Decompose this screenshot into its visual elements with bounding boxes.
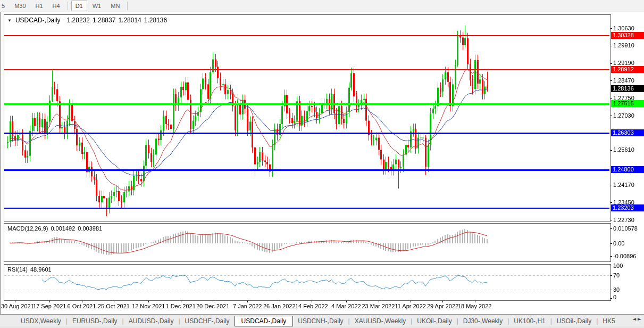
price-axis-tick: 1.30630 [613,25,634,31]
tab-usdcnh-daily[interactable]: USDCNH-,Daily [293,316,348,326]
date-axis-label: 12 Nov 2021 [132,303,165,309]
price-level-badge: 1.26303 [611,129,644,136]
date-axis-label: 7 Jan 2022 [233,303,262,309]
tab-xauusd-weekly[interactable]: XAUUSD-,Weekly [350,316,411,326]
macd-axis-tick: 0.010578 [613,225,638,232]
timeframe-button-h4[interactable]: H4 [48,1,64,11]
date-axis-label: 17 Sep 2021 [33,303,66,309]
timeframe-button-w1[interactable]: W1 [88,1,106,11]
tab-audusd-daily[interactable]: AUDUSD-,Daily [124,316,179,326]
price-level-badge: 1.27515 [611,100,644,107]
tab-ukoil-daily[interactable]: UKOil-,Daily [412,316,456,326]
price-axis-tick: 1.24170 [613,182,634,188]
date-axis-label: 1 Dec 2021 [166,303,196,309]
chart-title: ▼USDCAD-,Daily1.282321.288371.280141.281… [7,17,167,24]
tab-usdcad-daily[interactable]: USDCAD-,Daily [235,316,294,326]
price-level-badge: 1.28912 [611,66,644,73]
date-axis-label: 26 Jan 2022 [263,303,296,309]
chart-symbol-label: USDCAD-,Daily [15,17,61,24]
rsi-label: RSI(14)48.9601 [7,266,54,273]
ohlc-low: 1.28014 [118,17,141,24]
ohlc-open: 1.28232 [67,17,90,24]
macd-signal-value: 0.003981 [78,225,102,232]
price-level-badge: 1.30328 [611,32,644,39]
symbol-dropdown-icon[interactable]: ▼ [7,18,12,23]
tab-uk100-h1[interactable]: UK100-,H1 [509,316,550,326]
date-axis-label: 23 Mar 2022 [362,303,395,309]
macd-label: MACD(12,26,9)0.0014920.003981 [7,225,105,232]
tab-eurusd-daily[interactable]: EURUSD-,Daily [68,316,122,326]
symbol-tab-bar: USDX,Weekly|EURUSD-,Daily|AUDUSD-,Daily|… [0,314,644,327]
timeframe-button-h1[interactable]: H1 [31,1,47,11]
ohlc-high: 1.28837 [93,17,115,24]
price-axis-tick: 1.22730 [613,217,634,223]
macd-main-value: 0.001492 [51,225,75,232]
timeframe-toolbar: 5M30H1H4D1W1MN [0,0,644,12]
price-axis-tick: 1.29190 [613,60,634,66]
rsi-axis-tick: 100 [613,263,623,269]
date-axis-label: 20 Dec 2021 [196,303,229,309]
date-axis-label: 18 May 2022 [458,303,492,309]
tab-scroll-left-icon[interactable]: ◄ [632,316,638,322]
tab-dj30-weekly[interactable]: DJ30-,Weekly [458,316,507,326]
rsi-value: 48.9601 [30,266,52,273]
date-axis-label: 14 Feb 2022 [295,303,328,309]
price-axis-tick: 1.29910 [613,42,634,48]
current-price-badge: 1.28136 [611,85,644,92]
date-axis-label: 4 Mar 2022 [331,303,361,309]
price-axis-tick: 1.27030 [613,112,634,119]
price-axis-tick: 1.25610 [613,146,634,153]
rsi-axis-tick: 70 [613,272,620,278]
date-axis-label: 11 Apr 2022 [395,303,426,309]
price-axis-tick: 1.28470 [613,77,634,84]
toolbar-separator [127,2,128,10]
chart-canvas[interactable] [0,0,644,328]
timeframe-button-mn[interactable]: MN [106,1,124,11]
timeframe-button-m30[interactable]: M30 [10,1,30,11]
timeframe-button-d1[interactable]: D1 [71,1,87,11]
price-level-badge: 1.24800 [611,166,644,173]
date-axis-label: 29 Apr 2022 [427,303,458,309]
ohlc-close: 1.28136 [144,17,167,24]
date-axis-label: 6 Oct 2021 [68,303,96,309]
macd-axis-tick: 0.00 [613,240,624,247]
trading-terminal-window: 5M30H1H4D1W1MN ▼USDCAD-,Daily1.282321.28… [0,0,644,328]
window-left-border [0,12,1,326]
tab-scroll-right-icon[interactable]: ► [638,316,643,322]
price-level-badge: 1.23203 [611,204,644,211]
tab-usdx-weekly[interactable]: USDX,Weekly [16,316,66,326]
date-axis-label: 30 Aug 2021 [1,303,34,309]
rsi-axis-tick: 0 [613,294,616,300]
tab-hk5[interactable]: HK5 [598,316,620,326]
timeframe-button-5[interactable]: 5 [1,1,9,11]
rsi-axis-tick: 30 [613,286,620,293]
macd-axis-tick: -0.00896 [613,253,636,259]
date-axis-label: 25 Oct 2021 [98,303,130,309]
toolbar-separator [68,2,68,10]
tab-usdchf-daily[interactable]: USDCHF-,Daily [180,316,235,326]
tab-usoil-daily[interactable]: USOil-,Daily [552,316,596,326]
